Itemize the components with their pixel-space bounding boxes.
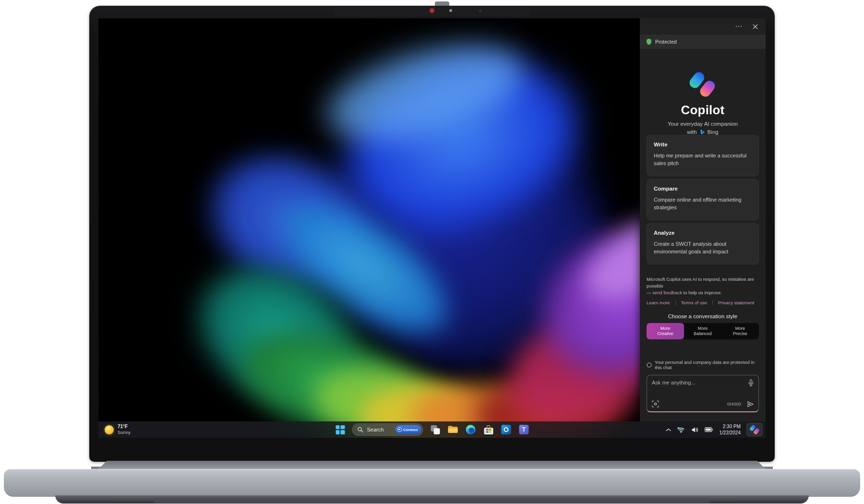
copilot-subtitle: Your everyday AI companion [647, 121, 759, 127]
conversation-style-heading: Choose a conversation style [647, 313, 759, 319]
style-more-creative[interactable]: MoreCreative [647, 323, 684, 339]
microphone-icon[interactable] [748, 379, 754, 386]
outlook-button[interactable] [501, 423, 512, 436]
conversation-style-toggle: MoreCreative MoreBalanced MorePrecise [647, 323, 759, 339]
privacy-statement-link[interactable]: Privacy statement [718, 300, 755, 305]
weather-condition: Sunny [118, 430, 131, 435]
weather-widget[interactable]: 71°F Sunny [102, 422, 133, 437]
copilot-icon [750, 425, 759, 434]
protected-label: Protected [655, 39, 677, 45]
card-description: Create a SWOT analysis about environment… [654, 240, 752, 256]
weather-temperature: 71°F [118, 424, 131, 430]
store-icon [484, 425, 493, 434]
search-icon [358, 427, 363, 432]
outlook-icon [502, 425, 511, 434]
character-counter: 0/4000 [727, 401, 741, 407]
style-more-balanced[interactable]: MoreBalanced [684, 323, 721, 339]
copilot-logo-icon [689, 71, 716, 98]
battery-icon[interactable] [704, 426, 714, 433]
folder-icon [448, 426, 458, 433]
start-button[interactable] [335, 423, 346, 436]
with-label: with [687, 129, 696, 135]
with-bing-row: with Bing [647, 129, 759, 135]
disclaimer-line1: Microsoft Copilot uses AI to respond, so… [647, 276, 754, 288]
chat-input-box[interactable]: 0/4000 [647, 375, 759, 412]
search-label: Search [367, 427, 392, 432]
card-title: Write [654, 142, 752, 147]
search-box[interactable]: Search Contoso [352, 423, 423, 436]
screenshot-lens-icon[interactable] [652, 400, 659, 408]
card-description: Help me prepare and write a successful s… [654, 152, 752, 168]
chat-input[interactable] [652, 380, 741, 396]
footer-links: Learn more Terms of use Privacy statemen… [647, 300, 759, 305]
bing-icon [699, 129, 705, 135]
product-photo-stage: Protected Copilot Your everyday AI compa… [0, 0, 864, 504]
tray-time: 2:30 PM [720, 423, 741, 430]
system-tray: 2:30 PM 1/22/2024 [665, 421, 763, 438]
camera-ir-sensor [479, 10, 481, 12]
microsoft-store-button[interactable] [483, 423, 494, 436]
windows-icon [336, 425, 345, 434]
laptop-front-lip [154, 498, 710, 503]
clock[interactable]: 2:30 PM 1/22/2024 [718, 423, 743, 436]
copilot-panel-body: Copilot Your everyday AI companion with … [640, 49, 766, 421]
laptop-base [4, 469, 860, 497]
tray-chevron-up-icon[interactable] [665, 427, 672, 432]
task-view-button[interactable] [430, 423, 441, 436]
tray-date: 1/22/2024 [720, 430, 741, 436]
data-protection-note: Your personal and company data are prote… [647, 360, 759, 370]
disclaimer-dash: — [647, 290, 652, 295]
card-title: Analyze [654, 230, 752, 236]
disclaimer-suffix: to help us improve. [682, 290, 722, 295]
camera-led [430, 9, 434, 12]
shield-icon [646, 38, 652, 45]
copilot-panel: Protected Copilot Your everyday AI compa… [640, 18, 766, 421]
copilot-tray-button[interactable] [746, 423, 763, 436]
teams-button[interactable]: T [518, 423, 530, 436]
file-explorer-button[interactable] [447, 423, 459, 436]
suggestion-card-write[interactable]: Write Help me prepare and write a succes… [647, 135, 759, 176]
suggestion-card-analyze[interactable]: Analyze Create a SWOT analysis about env… [647, 223, 759, 264]
send-feedback-link[interactable]: send feedback [652, 290, 682, 295]
edge-icon [466, 425, 476, 434]
more-options-icon[interactable] [734, 24, 744, 29]
task-view-icon [431, 425, 440, 434]
card-title: Compare [654, 186, 752, 192]
taskbar-center: Search Contoso [335, 421, 530, 438]
wifi-icon[interactable] [676, 426, 686, 434]
ai-disclaimer: Microsoft Copilot uses AI to respond, so… [647, 276, 759, 296]
contoso-logo-icon [397, 427, 402, 432]
card-description: Compare online and offline marketing str… [654, 196, 752, 212]
sun-icon [105, 425, 114, 434]
volume-icon[interactable] [690, 426, 699, 434]
suggestion-card-compare[interactable]: Compare Compare online and offline marke… [647, 179, 759, 220]
style-more-precise[interactable]: MorePrecise [721, 323, 759, 339]
send-icon[interactable] [746, 400, 754, 408]
copilot-title: Copilot [647, 103, 759, 118]
taskbar: 71°F Sunny Search Contoso [98, 421, 766, 438]
protection-circle-icon [647, 362, 652, 368]
teams-icon: T [519, 425, 529, 434]
laptop-screen: Protected Copilot Your everyday AI compa… [98, 18, 766, 438]
bing-label: Bing [708, 129, 719, 135]
close-icon[interactable] [751, 23, 759, 30]
terms-of-use-link[interactable]: Terms of use [681, 300, 707, 305]
edge-button[interactable] [465, 423, 477, 436]
learn-more-link[interactable]: Learn more [647, 300, 670, 305]
contoso-badge: Contoso [395, 425, 421, 434]
copilot-panel-header [640, 18, 766, 35]
camera-lens [449, 9, 452, 12]
protected-banner: Protected [640, 35, 766, 49]
